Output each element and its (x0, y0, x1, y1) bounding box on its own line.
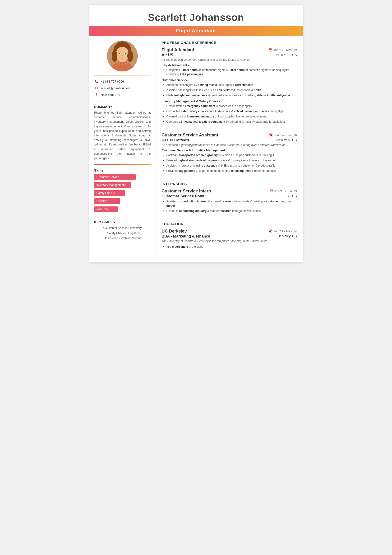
hr-bottom (162, 254, 297, 254)
bullet-item: Packed & transported ordered grocery to … (163, 153, 297, 157)
key-skill-line-2: • Safety Checks • Logistics (94, 231, 151, 236)
key-skills-divider (94, 216, 151, 216)
job2-title-row: Customer Service Assistant 📅 Jun '14 - D… (162, 133, 297, 138)
summary-label: SUMMARY (94, 105, 151, 109)
hr-internships (162, 178, 297, 178)
job-customer-service: Customer Service Assistant 📅 Jun '14 - D… (162, 133, 297, 173)
calendar-icon-3: 📅 (269, 189, 273, 193)
candidate-title: Flight Attendant (176, 28, 216, 33)
job1-company-row: Air US New York, US (162, 53, 297, 57)
job2-date: 📅 Jun '14 - Dec '16 (269, 133, 297, 137)
skills-section: Skills Customer Service Inventory Manage… (94, 168, 151, 212)
bullet-item: Completed +1000 hours of international f… (163, 68, 297, 76)
job1-date: 📅 Jan '17 - May '19 (268, 48, 297, 52)
edu1-location: Berkeley, US (278, 234, 297, 239)
edu1-bullets: Top 5 percentile of the class (162, 245, 297, 249)
phone-icon: 📞 (94, 79, 99, 84)
intern1-date: 📅 Apr '13 - Jun '13 (269, 189, 297, 193)
edu1-school: UC Berkeley (162, 229, 187, 234)
bullet-item: Assisted in logistics including data ent… (163, 163, 297, 168)
job2-desc: An American e-grocery platform based in … (162, 143, 297, 147)
bullet-item: Attended passengers by serving meals, be… (163, 83, 297, 87)
title-bar: Flight Attendant (89, 26, 303, 36)
hr-education (162, 218, 297, 218)
job2-logistics-list: Packed & transported ordered grocery to … (162, 153, 297, 173)
job2-company-row: Dealer Coffee's New York, US (162, 138, 297, 142)
location-icon: 📍 (94, 92, 99, 97)
resume-document: Scarlett Johansson Flight Attendant (89, 5, 303, 263)
job1-company: Air US (162, 53, 173, 57)
skill-safety: Safety Checks (94, 190, 151, 196)
edu1-title-row: UC Berkeley 📅 Jun '11 - May '14 (162, 229, 297, 234)
calendar-icon-2: 📅 (269, 133, 273, 137)
job1-location: New York, US (276, 53, 297, 57)
bullet-item: Top 5 percentile of the class (163, 245, 297, 249)
job2-company: Dealer Coffee's (162, 138, 189, 142)
svg-point-10 (125, 53, 126, 54)
bullet-item: Cleaned cabins & ensured inventory of fo… (163, 114, 297, 119)
edu1-date: 📅 Jun '11 - May '14 (268, 229, 297, 233)
job1-inventory-list: Demonstrated emergency equipment & proce… (162, 104, 297, 124)
bullet-item: Operated all mechanical & safety equipme… (163, 120, 297, 124)
skill-logistics: Logistics (94, 198, 151, 204)
pro-exp-header: PROFESSIONAL EXPERIENCE (162, 41, 297, 45)
job1-achievements-list: Completed +1000 hours of international f… (162, 68, 297, 76)
location-text: New York, US (101, 93, 120, 97)
job1-subsection-customer: Customer Service (162, 78, 297, 82)
skill-label-customer-service: Customer Service (94, 174, 136, 180)
bullet-item: Demonstrated emergency equipment & proce… (163, 104, 297, 108)
intern1-title: Customer Service Intern (162, 189, 211, 194)
hr-between-jobs (162, 129, 297, 129)
intern1-location: SF, US (286, 194, 297, 198)
job2-subsection-logistics: Customer Service & Logistics Management (162, 148, 297, 152)
job2-title: Customer Service Assistant (162, 133, 218, 138)
skill-instructing: Instructing (94, 206, 151, 212)
internship-1: Customer Service Intern 📅 Apr '13 - Jun … (162, 189, 297, 213)
svg-point-9 (119, 53, 120, 54)
bullet-item: Conducted cabin safety checks prior to d… (163, 109, 297, 113)
edu1-degree-row: BBA - Marketing & Finance Berkeley, US (162, 234, 297, 239)
phone-contact: 📞 +1 888 777 6666 (94, 79, 151, 84)
main-content: 📞 +1 888 777 6666 ✉ scarlett@hiration.co… (89, 36, 303, 263)
bottom-divider (94, 245, 151, 245)
svg-point-3 (112, 50, 117, 62)
job1-title-row: Flight Attendant 📅 Jan '17 - May '19 (162, 47, 297, 52)
skills-label: Skills (94, 168, 151, 172)
summary-text: Result oriented flight attendant skilled… (94, 110, 151, 161)
skill-label-instructing: Instructing (94, 206, 118, 212)
bullet-item: Provided suggestions to upper management… (163, 169, 297, 173)
skills-divider (94, 164, 151, 165)
skill-customer-service: Customer Service (94, 174, 151, 180)
education-1: UC Berkeley 📅 Jun '11 - May '14 BBA - Ma… (162, 229, 297, 249)
svg-point-4 (127, 50, 133, 62)
job1-customer-list: Attended passengers by serving meals, be… (162, 83, 297, 97)
key-skills-text: • Customer Service • Inventory • Safety … (94, 226, 151, 241)
summary-divider (94, 101, 151, 101)
key-skill-line-1: • Customer Service • Inventory (94, 226, 151, 231)
candidate-name: Scarlett Johansson (94, 12, 298, 23)
right-column: PROFESSIONAL EXPERIENCE Flight Attendant… (156, 36, 303, 263)
internships-header: INTERNSHIPS (162, 182, 297, 186)
bullet-item: Assisted passengers with issues such as … (163, 88, 297, 92)
edu1-degree: BBA - Marketing & Finance (162, 234, 210, 239)
calendar-icon-1: 📅 (268, 48, 272, 52)
intern1-bullets: Assisted in conducting internal & extern… (162, 199, 297, 213)
bullet-item: Made in-flight announcements & provided … (163, 93, 297, 97)
avatar (107, 41, 138, 71)
key-skill-line-3: • Instructing • Problem Solving (94, 236, 151, 241)
key-skills-section: KEY SKILLS • Customer Service • Inventor… (94, 220, 151, 241)
skill-inventory: Inventory Management (94, 182, 151, 188)
bullet-item: Assisted in conducting internal & extern… (163, 199, 297, 208)
contact-divider (94, 75, 151, 75)
key-skills-label: KEY SKILLS (94, 220, 151, 224)
intern1-title-row: Customer Service Intern 📅 Apr '13 - Jun … (162, 189, 297, 194)
header-section: Scarlett Johansson (89, 5, 303, 26)
phone-number: +1 888 777 6666 (101, 80, 124, 83)
avatar-container (94, 41, 151, 71)
location-contact: 📍 New York, US (94, 92, 151, 97)
intern1-company-row: Customer Service Point SF, US (162, 194, 297, 198)
left-column: 📞 +1 888 777 6666 ✉ scarlett@hiration.co… (89, 36, 156, 263)
skill-label-safety: Safety Checks (94, 190, 125, 196)
email-contact: ✉ scarlett@hiration.com (94, 86, 151, 90)
education-header: EDUCATION (162, 222, 297, 226)
